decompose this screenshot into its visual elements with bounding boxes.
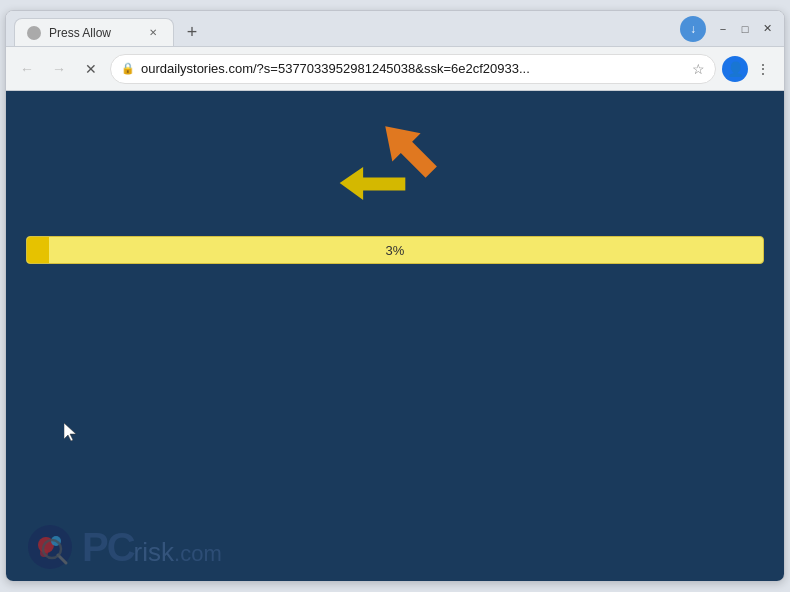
window-controls: − □ ✕ (714, 20, 776, 38)
watermark-com: com (180, 541, 222, 567)
tab-title: Press Allow (49, 26, 137, 40)
tab-close-button[interactable]: ✕ (145, 25, 161, 41)
download-icon[interactable]: ↓ (680, 16, 706, 42)
progress-label: 3% (386, 243, 405, 258)
more-options-button[interactable]: ⋮ (750, 56, 776, 82)
profile-icon[interactable]: 👤 (722, 56, 748, 82)
browser-window: Press Allow ✕ + ↓ − □ ✕ ← → ✕ 🔒 ourdaily… (5, 10, 785, 582)
watermark: PC risk . com (26, 523, 222, 571)
watermark-risk: risk (134, 537, 174, 568)
page-content: 3% PC (6, 91, 784, 581)
watermark-pc: PC (82, 525, 134, 570)
arrows-container (335, 111, 455, 211)
forward-button[interactable]: → (46, 56, 72, 82)
active-tab[interactable]: Press Allow ✕ (14, 18, 174, 46)
maximize-button[interactable]: □ (736, 20, 754, 38)
lock-icon: 🔒 (121, 62, 135, 75)
cursor (64, 423, 76, 441)
tab-favicon (27, 26, 41, 40)
svg-marker-1 (340, 167, 406, 200)
toolbar-icons: 👤 ⋮ (722, 56, 776, 82)
progress-bar-container: 3% (26, 236, 764, 264)
tab-area: Press Allow ✕ + (14, 11, 680, 46)
address-bar-row: ← → ✕ 🔒 ourdailystories.com/?s=537703395… (6, 47, 784, 91)
reload-button[interactable]: ✕ (78, 56, 104, 82)
address-bar[interactable]: 🔒 ourdailystories.com/?s=537703395298124… (110, 54, 716, 84)
progress-bar-background: 3% (26, 236, 764, 264)
new-tab-button[interactable]: + (178, 18, 206, 46)
back-button[interactable]: ← (14, 56, 40, 82)
svg-marker-2 (64, 423, 76, 441)
profile-avatar-icon: 👤 (727, 61, 744, 77)
url-text: ourdailystories.com/?s=53770339529812450… (141, 61, 686, 76)
yellow-arrow (335, 161, 410, 210)
pcrisk-logo (26, 523, 74, 571)
title-bar: Press Allow ✕ + ↓ − □ ✕ (6, 11, 784, 47)
progress-bar-fill (27, 237, 49, 263)
minimize-button[interactable]: − (714, 20, 732, 38)
bookmark-star-icon[interactable]: ☆ (692, 61, 705, 77)
watermark-text: PC risk . com (82, 525, 222, 570)
close-button[interactable]: ✕ (758, 20, 776, 38)
